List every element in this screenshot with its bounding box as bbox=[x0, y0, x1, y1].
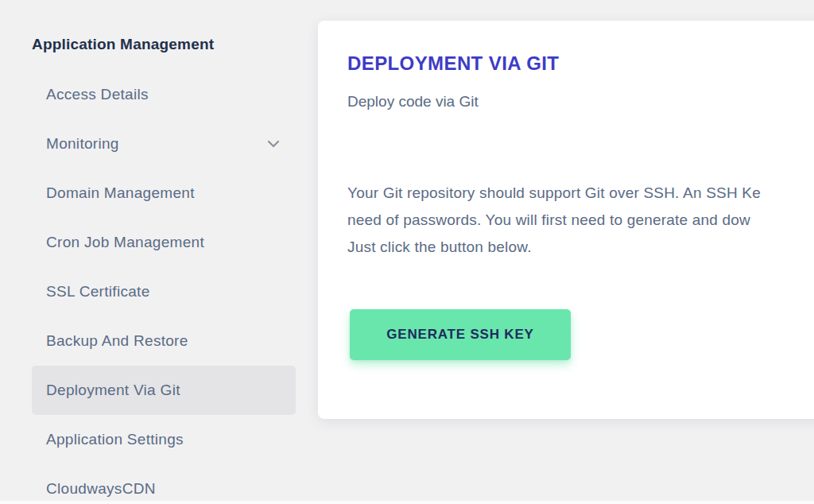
sidebar-item-cloudwayscdn[interactable]: CloudwaysCDN bbox=[32, 464, 296, 504]
sidebar-item-label: Application Settings bbox=[46, 431, 184, 448]
sidebar-items: Access Details Monitoring Domain Managem… bbox=[32, 70, 296, 504]
sidebar-item-label: Access Details bbox=[46, 86, 149, 103]
bottom-edge-strip bbox=[0, 501, 814, 504]
sidebar-item-label: SSL Certificate bbox=[46, 283, 150, 300]
page-subtitle: Deploy code via Git bbox=[347, 93, 479, 110]
deployment-via-git-panel: DEPLOYMENT VIA GIT Deploy code via Git Y… bbox=[318, 21, 814, 419]
sidebar-item-backup-and-restore[interactable]: Backup And Restore bbox=[32, 316, 296, 366]
sidebar-item-monitoring[interactable]: Monitoring bbox=[32, 119, 296, 169]
description-text: Your Git repository should support Git o… bbox=[347, 180, 761, 261]
sidebar-item-label: CloudwaysCDN bbox=[46, 480, 156, 498]
sidebar-item-label: Domain Management bbox=[46, 184, 195, 202]
generate-ssh-key-button[interactable]: GENERATE SSH KEY bbox=[350, 309, 571, 360]
sidebar-item-label: Backup And Restore bbox=[46, 332, 188, 350]
page: Application Management Access Details Mo… bbox=[0, 0, 814, 504]
sidebar-item-ssl-certificate[interactable]: SSL Certificate bbox=[32, 267, 296, 316]
description-line-2: need of passwords. You will first need t… bbox=[347, 207, 761, 234]
description-line-3: Just click the button below. bbox=[347, 234, 761, 261]
sidebar: Application Management Access Details Mo… bbox=[0, 0, 318, 504]
sidebar-item-domain-management[interactable]: Domain Management bbox=[32, 169, 296, 218]
page-title: DEPLOYMENT VIA GIT bbox=[347, 52, 559, 75]
sidebar-item-application-settings[interactable]: Application Settings bbox=[32, 415, 296, 464]
sidebar-item-access-details[interactable]: Access Details bbox=[32, 70, 296, 119]
sidebar-item-deployment-via-git[interactable]: Deployment Via Git bbox=[32, 366, 296, 415]
sidebar-item-label: Monitoring bbox=[46, 135, 119, 153]
sidebar-header: Application Management bbox=[32, 36, 214, 53]
chevron-down-icon bbox=[267, 140, 280, 148]
sidebar-item-label: Deployment Via Git bbox=[46, 382, 180, 399]
sidebar-item-label: Cron Job Management bbox=[46, 234, 204, 251]
sidebar-item-cron-job-management[interactable]: Cron Job Management bbox=[32, 218, 296, 267]
description-line-1: Your Git repository should support Git o… bbox=[347, 180, 761, 207]
